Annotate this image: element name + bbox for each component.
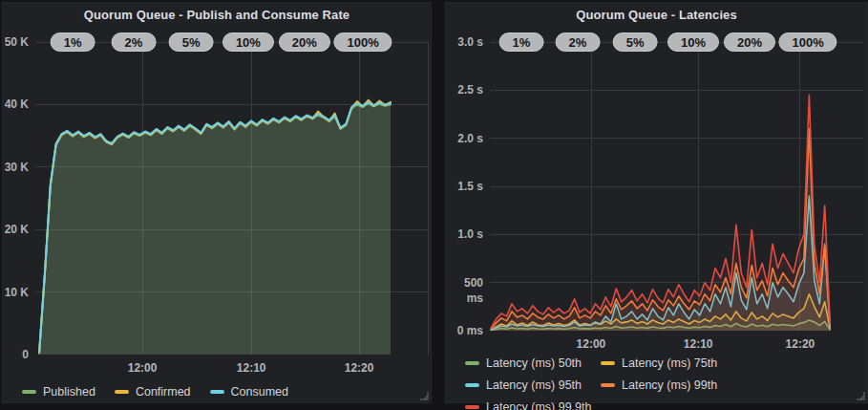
resize-handle-icon[interactable] <box>419 391 429 400</box>
legend-item[interactable]: Latency (ms) 95th <box>465 378 582 392</box>
annotation-pill[interactable]: 1% <box>51 32 95 52</box>
legend-color-dash-icon <box>465 383 479 387</box>
y-axis-tick-label: 40 K <box>3 97 29 112</box>
x-axis-tick-label: 12:20 <box>786 337 815 351</box>
legend-label: Latency (ms) 75th <box>622 356 717 370</box>
legend-label: Latency (ms) 99.9th <box>486 400 591 410</box>
legend-label: Consumed <box>231 385 288 399</box>
y-axis-tick-label: 0 <box>3 347 29 362</box>
x-axis-tick-label: 12:00 <box>128 361 158 375</box>
legend-item[interactable]: Published <box>22 385 95 399</box>
y-axis-tick-label: 500 ms <box>446 275 483 306</box>
annotation-pill[interactable]: 100% <box>779 32 837 52</box>
x-axis-tick-label: 12:00 <box>577 337 606 351</box>
y-axis-tick-label: 10 K <box>3 285 29 300</box>
y-axis-tick-label: 3.0 s <box>446 34 483 50</box>
annotation-pill[interactable]: 5% <box>169 32 214 52</box>
legend: PublishedConfirmedConsumed <box>22 385 288 399</box>
panel-title: Quorum Queue - Publish and Consume Rate <box>3 8 431 22</box>
y-axis-tick-label: 20 K <box>3 222 29 237</box>
annotation-pill[interactable]: 10% <box>667 32 719 52</box>
annotation-pill[interactable]: 20% <box>279 32 330 52</box>
legend-color-dash-icon <box>22 390 36 394</box>
annotation-pill[interactable]: 1% <box>498 32 543 52</box>
legend-label: Published <box>43 385 95 399</box>
legend-item[interactable]: Consumed <box>210 385 288 399</box>
legend-label: Latency (ms) 50th <box>486 356 582 370</box>
y-axis-tick-label: 50 K <box>3 34 29 50</box>
legend-color-dash-icon <box>465 405 479 409</box>
legend-color-dash-icon <box>601 383 615 387</box>
panel-title: Quorum Queue - Latencies <box>446 8 867 22</box>
annotation-pill[interactable]: 2% <box>112 32 157 52</box>
y-axis-tick-label: 2.0 s <box>446 131 483 146</box>
legend-item[interactable]: Latency (ms) 50th <box>465 356 582 370</box>
legend-item[interactable]: Latency (ms) 99th <box>601 378 717 392</box>
latencies-chart[interactable] <box>490 42 863 331</box>
panel-latencies: Quorum Queue - Latencies 3.0 s2.5 s2.0 s… <box>445 2 868 403</box>
legend-color-dash-icon <box>115 390 129 394</box>
y-axis-tick-label: 1.0 s <box>446 227 483 242</box>
annotation-pill[interactable]: 20% <box>724 32 775 52</box>
x-axis-tick-label: 12:10 <box>684 337 713 351</box>
legend-color-dash-icon <box>465 361 479 365</box>
y-axis-tick-label: 0 ms <box>446 323 483 338</box>
legend-color-dash-icon <box>601 361 615 365</box>
legend-item[interactable]: Latency (ms) 75th <box>601 356 717 370</box>
legend: Latency (ms) 50thLatency (ms) 75thLatenc… <box>465 356 847 410</box>
publish-consume-chart[interactable] <box>35 42 429 355</box>
legend-label: Latency (ms) 95th <box>486 378 582 392</box>
y-axis-tick-label: 2.5 s <box>446 82 483 97</box>
legend-item[interactable]: Latency (ms) 99.9th <box>465 400 591 410</box>
y-axis-tick-label: 30 K <box>3 160 29 175</box>
annotation-pill[interactable]: 100% <box>334 32 392 52</box>
legend-label: Latency (ms) 99th <box>622 378 717 392</box>
annotation-pill[interactable]: 5% <box>613 32 658 52</box>
x-axis-tick-label: 12:20 <box>345 361 374 375</box>
legend-item[interactable]: Confirmed <box>115 385 191 399</box>
x-axis-tick-label: 12:10 <box>237 361 266 375</box>
panel-publish-consume-rate: Quorum Queue - Publish and Consume Rate … <box>2 2 432 403</box>
legend-label: Confirmed <box>136 385 191 399</box>
y-axis-tick-label: 1.5 s <box>446 179 483 194</box>
annotation-pill[interactable]: 10% <box>222 32 274 52</box>
annotation-pill[interactable]: 2% <box>555 32 600 52</box>
resize-handle-icon[interactable] <box>856 391 865 400</box>
legend-color-dash-icon <box>210 390 224 394</box>
